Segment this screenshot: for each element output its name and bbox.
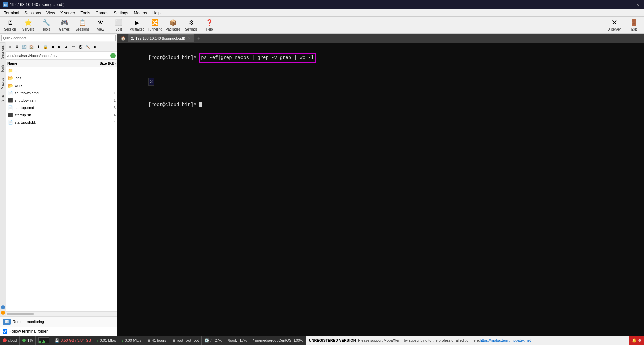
side-tab-snip[interactable]: Snip — [0, 92, 5, 104]
tools-label: Tools — [42, 27, 50, 31]
terminal-line-1: [root@cloud bin]# ps -ef|grep nacos | gr… — [120, 46, 641, 70]
side-tab-sessions[interactable]: Sessions — [0, 42, 5, 62]
view-icon: 👁 — [97, 19, 105, 27]
toolbar-split[interactable]: ⬜ Split — [110, 17, 127, 33]
file-item-parent[interactable]: 📁 .. — [6, 67, 117, 74]
tunneling-label: Tunneling — [148, 27, 162, 31]
fb-edit-btn[interactable]: ✏ — [70, 44, 77, 50]
tab-1-close[interactable]: ✕ — [186, 36, 191, 41]
tunneling-icon: 🔀 — [151, 19, 159, 27]
fb-copy-btn[interactable]: A — [63, 44, 70, 50]
disk-run-value: /run/media/root/CentOS: 100% — [253, 338, 303, 342]
file-item-logs[interactable]: 📂 logs — [6, 74, 117, 82]
toolbar-exit[interactable]: 🚪 Exit — [625, 17, 643, 33]
file-item-startup-sh-bk[interactable]: 📄 startup.sh.bk 4 — [6, 119, 117, 126]
menu-sessions[interactable]: Sessions — [22, 10, 44, 16]
toolbar-multiexec[interactable]: ▶ MultiExec — [128, 17, 146, 33]
close-button[interactable]: ✕ — [634, 2, 641, 8]
menu-tools[interactable]: Tools — [78, 10, 93, 16]
toolbar-tunneling[interactable]: 🔀 Tunneling — [146, 17, 164, 33]
unregistered-bar: UNREGISTERED VERSION - Please support Mo… — [306, 336, 629, 345]
fb-up-btn[interactable]: ⬆ — [7, 44, 13, 50]
file-browser-toolbar: ⬆ ⬇ 🔄 🏠 ⬆ 🔒 ◀ ▶ A ✏ 🖼 🔨 ■ — [6, 42, 117, 52]
menu-terminal[interactable]: Terminal — [1, 10, 22, 16]
toolbar-settings[interactable]: ⚙ Settings — [182, 17, 200, 33]
folder-logs-icon: 📂 — [7, 75, 13, 81]
title-left: 🖥 192.168.10.140 ([springcloud]) — [3, 2, 65, 7]
download-speed: 0.00 Mb/s — [125, 338, 141, 342]
toolbar-packages[interactable]: 📦 Packages — [164, 17, 182, 33]
upload-speed: 0.01 Mb/s — [100, 338, 116, 342]
fb-lock-btn[interactable]: 🔒 — [42, 44, 49, 50]
quick-connect-input[interactable] — [1, 35, 116, 41]
folder-work-icon: 📂 — [7, 82, 13, 89]
remote-monitoring-label: Remote monitoring — [13, 320, 44, 324]
help-icon: ❓ — [205, 19, 213, 27]
xserver-icon: ✕ — [610, 19, 619, 27]
toolbar-session[interactable]: 🖥 Session — [1, 17, 19, 33]
tab-item-1[interactable]: 2. 192.168.10.140 ([springcloud]) ✕ — [128, 34, 194, 42]
menu-games[interactable]: Games — [93, 10, 111, 16]
file-size-shutdown-cmd: 1 — [89, 91, 116, 95]
menu-settings[interactable]: Settings — [111, 10, 131, 16]
sb-download: ↓ 0.00 Mb/s — [119, 336, 144, 345]
file-browser: ⬆ ⬇ 🔄 🏠 ⬆ 🔒 ◀ ▶ A ✏ 🖼 🔨 ■ — [6, 42, 117, 316]
terminal-line-3: [root@cloud bin]# — [120, 93, 641, 116]
toolbar-view[interactable]: 👁 View — [92, 17, 109, 33]
toolbar-sessions[interactable]: 📋 Sessions — [74, 17, 91, 33]
tools-icon: 🔧 — [42, 19, 50, 27]
servers-icon: ⭐ — [24, 19, 32, 27]
menu-macros[interactable]: Macros — [131, 10, 150, 16]
toolbar-games[interactable]: 🎮 Games — [56, 17, 73, 33]
fb-home-btn[interactable]: 🏠 — [28, 44, 35, 50]
multiexec-icon: ▶ — [133, 19, 141, 27]
toolbar-tools[interactable]: 🔧 Tools — [38, 17, 55, 33]
menu-bar: Terminal Sessions View X server Tools Ga… — [0, 9, 644, 17]
tab-add-btn[interactable]: + — [195, 35, 202, 42]
toolbar-servers[interactable]: ⭐ Servers — [19, 17, 37, 33]
file-shutdown-cmd-icon: 📄 — [7, 90, 13, 96]
servers-label: Servers — [22, 27, 34, 31]
maximize-button[interactable]: □ — [625, 2, 633, 8]
fb-down-btn[interactable]: ⬇ — [14, 44, 20, 50]
unreg-text: - Please support MobaXterm by subscribin… — [356, 338, 480, 342]
file-item-shutdown-sh[interactable]: ⬛ shutdown.sh 1 — [6, 97, 117, 104]
col-size-header[interactable]: Size (KB) — [89, 61, 116, 65]
remote-monitoring[interactable]: 📊 Remote monitoring — [0, 317, 117, 327]
fb-stop-btn[interactable]: ■ — [91, 44, 98, 50]
file-name-startup-sh-bk: startup.sh.bk — [15, 120, 89, 124]
fb-build-btn[interactable]: 🔨 — [84, 44, 91, 50]
menu-view[interactable]: View — [44, 10, 58, 16]
file-item-startup-cmd[interactable]: 📄 startup.cmd 3 — [6, 104, 117, 111]
file-list-scrollbar[interactable] — [6, 311, 117, 316]
toolbar-xserver[interactable]: ✕ X server — [604, 17, 625, 33]
file-item-work[interactable]: 📂 work — [6, 82, 117, 89]
terminal-wrapper: 🏠 2. 192.168.10.140 ([springcloud]) ✕ + … — [117, 34, 644, 336]
terminal-command-highlight: ps -ef|grep nacos | grep -v grep | wc -l — [199, 53, 316, 62]
side-tab-macros[interactable]: Macros — [0, 75, 5, 92]
follow-terminal-checkbox[interactable] — [3, 329, 7, 334]
file-item-startup-sh[interactable]: ⬛ startup.sh 4 — [6, 111, 117, 119]
toolbar-help[interactable]: ❓ Help — [201, 17, 218, 33]
file-item-shutdown-cmd[interactable]: 📄 shutdown.cmd 1 — [6, 89, 117, 97]
menu-help[interactable]: Help — [150, 10, 163, 16]
menu-xserver[interactable]: X server — [58, 10, 78, 16]
fb-refresh-btn[interactable]: 🔄 — [21, 44, 28, 50]
sb-memory: 💾 3.50 GB / 3.84 GB — [52, 336, 94, 345]
terminal-content[interactable]: [root@cloud bin]# ps -ef|grep nacos | gr… — [117, 43, 644, 336]
fb-view-btn[interactable]: 🖼 — [77, 44, 84, 50]
follow-terminal[interactable]: Follow terminal folder — [0, 327, 117, 336]
terminal-cursor — [199, 102, 202, 107]
col-name-header[interactable]: Name — [7, 61, 89, 65]
fb-fwd-btn[interactable]: ▶ — [56, 44, 63, 50]
disk-root-value: 27% — [215, 338, 222, 342]
fb-parent-btn[interactable]: ⬆ — [35, 44, 42, 50]
user3: root — [192, 338, 199, 342]
file-size-startup-sh: 4 — [89, 113, 116, 117]
side-tab-tools[interactable]: Tools — [0, 62, 5, 75]
minimize-button[interactable]: — — [616, 2, 624, 8]
tab-home-btn[interactable]: 🏠 — [119, 34, 127, 42]
fb-back-btn[interactable]: ◀ — [49, 44, 56, 50]
unreg-link[interactable]: https://mobaxterm.mobatek.net — [480, 338, 531, 342]
cloud-label: cloud — [8, 338, 17, 342]
